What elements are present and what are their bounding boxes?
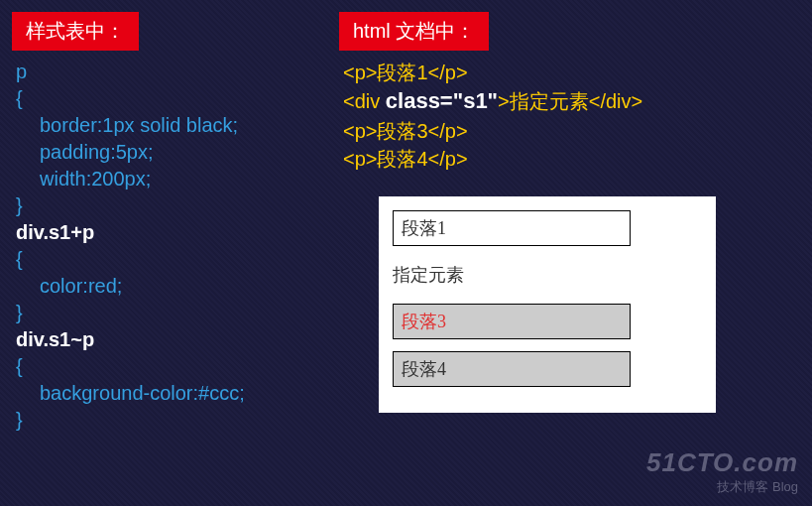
preview-div: 指定元素: [393, 258, 631, 292]
css-prop-width: width:200px;: [16, 166, 319, 192]
p-close-tag: </p>: [428, 62, 468, 83]
html-line-4: <p>段落4</p>: [343, 145, 800, 173]
brace-open: {: [16, 87, 23, 109]
watermark-blog: Blog: [772, 479, 798, 494]
html-line-1: <p>段落1</p>: [343, 59, 800, 86]
css-selector-adjacent: div.s1+p: [16, 221, 94, 243]
brace-open: {: [16, 355, 23, 377]
css-selector-sibling: div.s1~p: [16, 328, 94, 350]
watermark-sub: 技术博客 Blog: [646, 478, 798, 496]
css-prop-color: color:red;: [16, 273, 319, 300]
css-selector-p: p: [16, 61, 27, 82]
brace-close: }: [16, 302, 23, 323]
watermark-sub-text: 技术博客: [717, 479, 768, 494]
p1-text: 段落1: [377, 62, 427, 83]
css-column: 样式表中： p { border:1px solid black; paddin…: [12, 12, 319, 434]
preview-p1: 段落1: [393, 210, 631, 246]
p4-text: 段落4: [377, 148, 427, 170]
preview-p4: 段落4: [393, 351, 631, 387]
watermark-domain: 51CTO.com: [646, 447, 798, 478]
css-code-block: p { border:1px solid black; padding:5px;…: [12, 59, 319, 434]
p3-text: 段落3: [377, 120, 427, 142]
div-close-tag: </div>: [589, 90, 642, 112]
div-open-tag: <div: [343, 90, 386, 112]
css-prop-bgcolor: background-color:#ccc;: [16, 380, 319, 407]
css-prop-border: border:1px solid black;: [16, 112, 319, 139]
p-close-tag: </p>: [428, 120, 468, 142]
rendered-preview: 段落1 指定元素 段落3 段落4: [379, 196, 716, 413]
preview-p3: 段落3: [393, 304, 631, 339]
css-header-label: 样式表中：: [12, 12, 139, 51]
brace-open: {: [16, 248, 23, 270]
html-header-label: html 文档中：: [339, 12, 489, 51]
p-open-tag: <p>: [343, 148, 377, 170]
html-column: html 文档中： <p>段落1</p> <div class="s1">指定元…: [339, 12, 800, 434]
p-open-tag: <p>: [343, 62, 377, 83]
brace-close: }: [16, 194, 23, 216]
class-attr: class="s1": [386, 88, 498, 113]
slide-container: 样式表中： p { border:1px solid black; paddin…: [0, 0, 812, 445]
css-prop-padding: padding:5px;: [16, 139, 319, 166]
div-open-end: >: [498, 90, 510, 112]
html-line-2: <div class="s1">指定元素</div>: [343, 86, 800, 117]
p-close-tag: </p>: [428, 148, 468, 170]
html-code-block: <p>段落1</p> <div class="s1">指定元素</div> <p…: [339, 59, 800, 173]
html-line-3: <p>段落3</p>: [343, 117, 800, 145]
brace-close: }: [16, 409, 23, 431]
div-text: 指定元素: [510, 90, 589, 112]
watermark: 51CTO.com 技术博客 Blog: [646, 447, 798, 496]
p-open-tag: <p>: [343, 120, 377, 142]
